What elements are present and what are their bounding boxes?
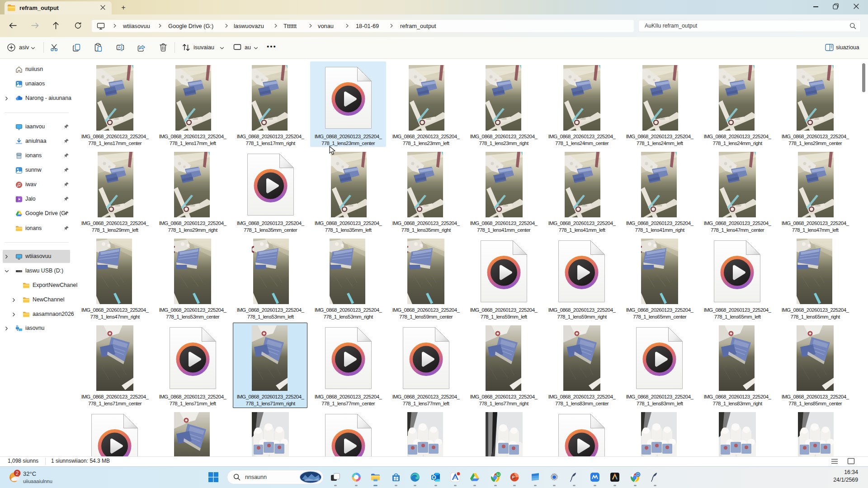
svg-text:2: 2 [16,470,19,476]
svg-text:SJ: SJ [496,473,500,476]
svg-text:A: A [118,45,121,50]
svg-text:P: P [512,475,515,479]
